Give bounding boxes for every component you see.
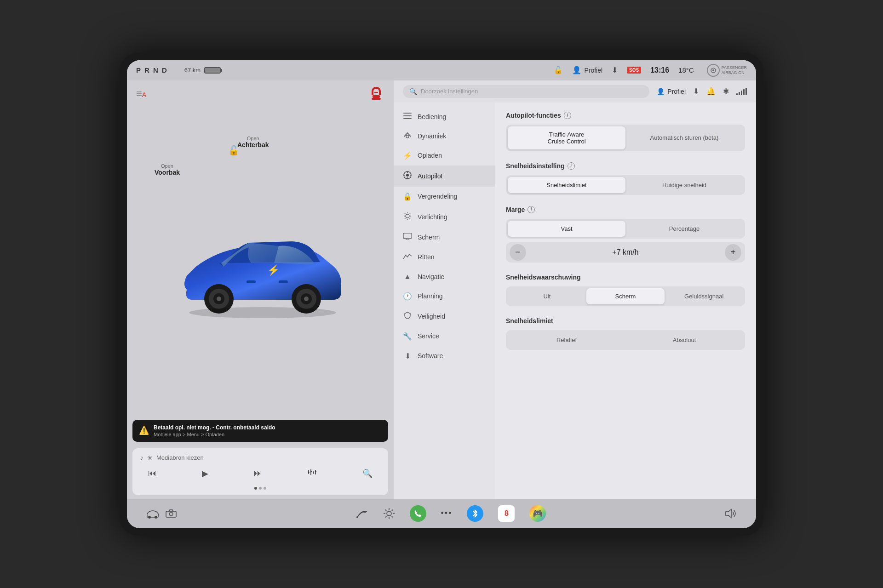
svg-rect-12 <box>247 280 256 283</box>
vergrendeling-icon: 🔒 <box>403 192 412 201</box>
marge-button-group: Vast Percentage <box>506 219 745 239</box>
nav-item-opladen[interactable]: ⚡ Opladen <box>394 146 495 166</box>
huidige-snelheid-option[interactable]: Huidige snelheid <box>625 177 743 193</box>
open-achterbak-button[interactable]: Open Achterbak <box>237 136 269 148</box>
veiligheid-icon <box>403 312 412 321</box>
nav-item-veiligheid[interactable]: Veiligheid <box>394 306 495 326</box>
header-download-icon[interactable]: ⬇ <box>693 87 699 96</box>
marge-info-icon[interactable]: i <box>528 206 535 213</box>
header-bell-icon[interactable]: 🔔 <box>706 87 716 96</box>
header-profile-label: Profiel <box>667 88 686 95</box>
dynamiek-icon <box>403 132 412 140</box>
functies-info-icon[interactable]: i <box>564 112 571 119</box>
settings-body: Bediening Dynamiek <box>394 103 756 499</box>
car-area: Open Voorbak Open Achterbak 🔓 <box>127 108 394 416</box>
lock-icon: 🔓 <box>554 66 563 74</box>
climate-button[interactable] <box>383 508 395 519</box>
svg-rect-25 <box>403 118 412 119</box>
nav-item-navigatie[interactable]: ▲ Navigatie <box>394 267 495 286</box>
open-voorbak-button[interactable]: Open Voorbak <box>155 163 180 176</box>
nav-item-service[interactable]: 🔧 Service <box>394 326 495 346</box>
nav-item-verlichting[interactable]: Verlichting <box>394 206 495 228</box>
marge-title-text: Marge <box>506 206 525 213</box>
nav-item-scherm[interactable]: Scherm <box>394 228 495 247</box>
media-player: ♪ ✳ Mediabron kiezen ⏮ ▶ ⏭ <box>132 448 388 495</box>
header-bluetooth-icon[interactable]: ✱ <box>723 87 729 96</box>
svg-point-26 <box>406 135 409 138</box>
media-controls: ⏮ ▶ ⏭ <box>140 467 381 480</box>
car-button[interactable] <box>145 508 160 519</box>
profile-button[interactable]: 👤 Profiel <box>572 66 602 74</box>
functies-title-text: Autopilot-functies <box>506 112 561 119</box>
sos-badge[interactable]: SOS <box>627 67 641 74</box>
svg-point-50 <box>356 516 358 518</box>
bluetooth-button[interactable] <box>467 505 483 522</box>
signal-bar-2 <box>739 92 740 95</box>
vast-button[interactable]: Vast <box>508 221 625 237</box>
prev-track-button[interactable]: ⏮ <box>144 467 160 480</box>
main-area: ≡A Open <box>127 80 756 499</box>
search-icon: 🔍 <box>409 88 417 95</box>
search-bar[interactable]: 🔍 Doorzoek instellingen <box>403 85 649 98</box>
nav-label-planning: Planning <box>418 292 443 300</box>
automatisch-sturen-button[interactable]: Automatisch sturen (bèta) <box>625 126 743 149</box>
wipers-button[interactable] <box>355 508 368 519</box>
camera-button[interactable] <box>166 509 177 518</box>
nav-item-autopilot[interactable]: Autopilot <box>394 166 495 187</box>
signal-bar-1 <box>736 93 738 95</box>
nav-item-planning[interactable]: 🕐 Planning <box>394 286 495 306</box>
geluidssignaal-button[interactable]: Geluidssignaal <box>665 288 743 304</box>
snelheidsinstelling-title: Snelheidsinstelling i <box>506 162 745 170</box>
person-icon: 👤 <box>572 66 581 74</box>
prnd-display: P R N D <box>136 66 168 74</box>
search-placeholder: Doorzoek instellingen <box>421 88 478 95</box>
nav-label-navigatie: Navigatie <box>418 273 444 280</box>
speed-increase-button[interactable]: + <box>725 244 741 261</box>
absoluut-button[interactable]: Absoluut <box>625 332 743 348</box>
volume-button[interactable] <box>725 508 738 519</box>
battery-info: 67 km <box>184 67 221 74</box>
signal-bar-4 <box>743 89 745 95</box>
calendar-button[interactable]: 8 <box>498 505 515 522</box>
service-icon: 🔧 <box>403 332 412 341</box>
svg-line-39 <box>410 218 411 219</box>
percentage-button[interactable]: Percentage <box>625 221 743 237</box>
snelheidslimiet-option[interactable]: Snelheidslimiet <box>508 177 625 193</box>
svg-point-7 <box>217 297 221 301</box>
voorbak-main-label: Voorbak <box>155 169 180 176</box>
achterbak-main-label: Achterbak <box>237 141 269 148</box>
svg-line-56 <box>385 509 386 511</box>
seat-warning-icon <box>368 85 384 102</box>
nav-item-dynamiek[interactable]: Dynamiek <box>394 126 495 146</box>
nav-label-veiligheid: Veiligheid <box>418 313 445 320</box>
nav-label-autopilot: Autopilot <box>418 172 442 180</box>
uit-button[interactable]: Uit <box>508 288 586 304</box>
svg-rect-42 <box>403 233 412 239</box>
nav-item-ritten[interactable]: Ritten <box>394 247 495 267</box>
svg-rect-23 <box>403 113 412 114</box>
toys-button[interactable]: 🎮 <box>529 505 546 522</box>
functies-title: Autopilot-functies i <box>506 112 745 119</box>
dots-button[interactable]: ••• <box>441 508 453 518</box>
relatief-button[interactable]: Relatief <box>508 332 625 348</box>
nav-item-vergrendeling[interactable]: 🔒 Vergrendeling <box>394 187 495 206</box>
traffic-aware-button[interactable]: Traffic-AwareCruise Control <box>508 126 625 149</box>
play-button[interactable]: ▶ <box>198 467 212 480</box>
phone-button[interactable] <box>410 505 426 522</box>
search-media-button[interactable]: 🔍 <box>359 467 376 480</box>
nav-item-software[interactable]: ⬇ Software <box>394 346 495 366</box>
scherm-button[interactable]: Scherm <box>586 288 665 304</box>
svg-line-58 <box>391 509 393 511</box>
header-profile-button[interactable]: 👤 Profiel <box>657 88 686 95</box>
nav-label-scherm: Scherm <box>418 234 440 241</box>
progress-dot-1 <box>254 487 257 490</box>
nav-item-bediening[interactable]: Bediening <box>394 107 495 126</box>
next-track-button[interactable]: ⏭ <box>250 467 266 480</box>
speed-decrease-button[interactable]: − <box>510 244 526 261</box>
svg-rect-24 <box>403 115 412 116</box>
media-source-label: Mediabron kiezen <box>156 454 204 461</box>
taskbar-right <box>725 508 738 519</box>
snelheidsinstelling-info-icon[interactable]: i <box>568 162 575 170</box>
media-source[interactable]: ♪ ✳ Mediabron kiezen <box>140 454 381 462</box>
equalizer-button[interactable] <box>304 467 321 480</box>
